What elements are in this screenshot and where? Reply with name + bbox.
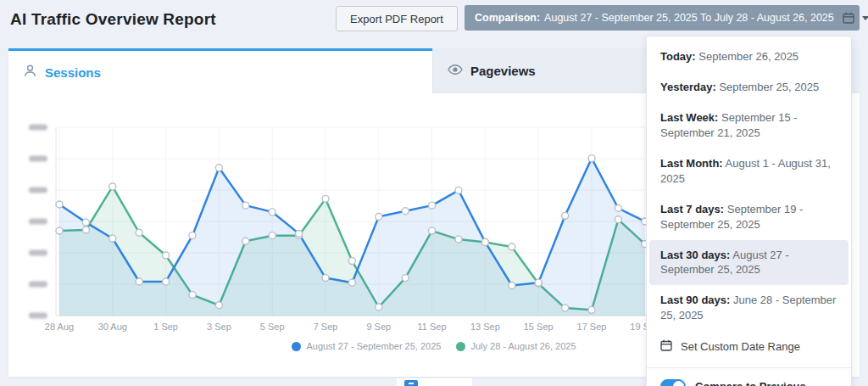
svg-text:11 Sep: 11 Sep [418,322,447,332]
tab-sessions-label: Sessions [45,65,101,80]
date-range-option-label: Last Week: [660,111,718,124]
legend-dot-icon [456,342,465,351]
comparison-label: Comparison: [475,12,540,24]
legend-item[interactable]: August 27 - September 25, 2025 [292,341,441,351]
date-range-option-label: Today: [660,50,696,63]
svg-text:3 Sep: 3 Sep [207,322,231,332]
tab-pageviews-label: Pageviews [470,64,536,78]
date-range-option[interactable]: Today: September 26, 2025 [647,42,851,72]
chevron-down-icon [862,16,868,20]
date-range-option[interactable]: Last Month: August 1 - August 31, 2025 [647,148,851,194]
export-pdf-button[interactable]: Export PDF Report [336,6,458,31]
legend-dot-icon [292,342,301,351]
date-range-options: Today: September 26, 2025Yesterday: Sept… [647,42,851,331]
svg-text:13 Sep: 13 Sep [470,322,500,332]
svg-text:1 Sep: 1 Sep [153,322,178,332]
calendar-icon [843,12,854,24]
user-icon [23,64,37,81]
date-range-option-value: September 25, 2025 [719,81,819,93]
svg-text:9 Sep: 9 Sep [366,322,391,332]
comparison-value: August 27 - September 25, 2025 To July 2… [544,12,834,24]
date-range-option-label: Last Month: [660,157,723,170]
date-range-option-label: Last 90 days: [660,294,730,306]
svg-text:17 Sep: 17 Sep [577,322,607,332]
date-range-option-label: Yesterday: [660,81,716,93]
svg-text:5 Sep: 5 Sep [260,322,285,332]
set-custom-date-range[interactable]: Set Custom Date Range [647,331,851,361]
compare-toggle-label: Compare to Previous [695,380,806,386]
eye-icon [448,64,463,78]
comparison-daterange-button[interactable]: Comparison: August 27 - September 25, 20… [465,5,860,31]
date-range-option[interactable]: Yesterday: September 25, 2025 [647,72,851,103]
date-range-option-label: Last 7 days: [660,203,724,215]
tab-sessions[interactable]: Sessions [8,48,432,93]
date-range-option[interactable]: Last Week: September 15 - September 21, … [647,103,851,148]
calendar-outline-icon [660,339,672,354]
page-title: AI Traffic Overview Report [10,10,216,29]
next-section-blue-button[interactable] [404,380,418,386]
set-custom-date-range-label: Set Custom Date Range [681,340,800,353]
svg-text:7 Sep: 7 Sep [314,322,338,332]
date-range-option-value: September 26, 2025 [698,50,798,63]
date-range-option[interactable]: Last 90 days: June 28 - September 25, 20… [647,285,851,331]
compare-toggle-row: Compare to Previous [647,367,851,386]
svg-text:15 Sep: 15 Sep [524,322,554,332]
page: AI Traffic Overview Report Export PDF Re… [0,0,868,386]
legend-label: July 28 - August 26, 2025 [470,341,576,351]
legend-label: August 27 - September 25, 2025 [306,341,441,351]
daterange-dropdown-panel: Today: September 26, 2025Yesterday: Sept… [646,36,852,386]
date-range-option[interactable]: Last 30 days: August 27 - September 25, … [649,240,849,286]
legend-item[interactable]: July 28 - August 26, 2025 [456,341,576,351]
svg-text:28 Aug: 28 Aug [45,322,74,332]
date-range-option-label: Last 30 days: [660,249,730,261]
svg-text:30 Aug: 30 Aug [98,322,127,332]
compare-to-previous-toggle[interactable] [660,379,686,386]
date-range-option[interactable]: Last 7 days: September 19 - September 25… [647,194,851,240]
